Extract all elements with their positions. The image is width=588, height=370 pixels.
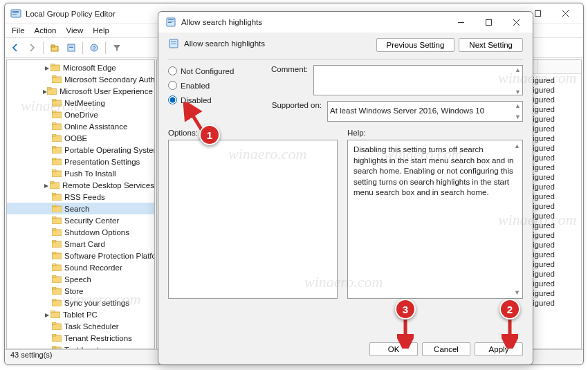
tree-item-label: Microsoft Secondary Authentication [64, 75, 155, 84]
scrollbar-icon[interactable]: ▲▼ [515, 102, 522, 120]
radio-enabled[interactable]: Enabled [168, 81, 261, 90]
tree-item[interactable]: Security Center [7, 214, 154, 226]
dialog-close-button[interactable] [502, 12, 530, 32]
main-title: Local Group Policy Editor [26, 10, 116, 18]
tree-item[interactable]: Microsoft Secondary Authentication [7, 73, 154, 85]
svg-rect-20 [47, 87, 51, 89]
tree-item[interactable]: Sound Recorder [7, 261, 154, 273]
svg-rect-34 [52, 169, 56, 172]
svg-rect-68 [168, 19, 174, 20]
tree-item[interactable]: NetMeeting [7, 97, 154, 109]
tree-item[interactable]: Online Assistance [7, 120, 154, 132]
previous-setting-button[interactable]: Previous Setting [376, 38, 455, 52]
tree-item[interactable]: Text Input [7, 344, 154, 349]
tree-item[interactable]: Task Scheduler [7, 320, 154, 332]
tree-item[interactable]: ▸Tablet PC [7, 308, 154, 320]
tb-help-icon[interactable]: ? [86, 40, 102, 55]
tree-item[interactable]: Shutdown Options [7, 226, 154, 238]
dialog-maximize-button[interactable] [475, 12, 502, 32]
tree-item[interactable]: Presentation Settings [7, 156, 154, 167]
tree-item-label: RSS Feeds [64, 193, 105, 201]
scrollbar-icon[interactable]: ▲▼ [515, 66, 522, 95]
tree-item-label: Tenant Restrictions [64, 334, 132, 342]
tree-item-label: Sound Recorder [64, 263, 122, 272]
tree-item[interactable]: OOBE [7, 132, 154, 144]
tree-item-label: Sync your settings [64, 299, 129, 307]
dialog-minimize-button[interactable] [447, 12, 475, 32]
tree-pane[interactable]: ▸Microsoft EdgeMicrosoft Secondary Authe… [6, 59, 155, 349]
tree-item[interactable]: OneDrive [7, 109, 154, 120]
chevron-right-icon[interactable]: ▸ [43, 63, 50, 73]
tree-item-label: Search [64, 205, 89, 213]
supported-label: Supported on: [271, 101, 322, 122]
close-button[interactable] [551, 4, 579, 24]
tree-item[interactable]: Store [7, 285, 154, 297]
svg-rect-11 [69, 46, 73, 46]
svg-rect-59 [52, 324, 62, 330]
svg-rect-58 [50, 311, 55, 313]
svg-rect-31 [52, 159, 62, 165]
menu-file[interactable]: File [12, 26, 25, 35]
svg-rect-38 [52, 193, 56, 195]
tree-item-label: Remote Desktop Services [62, 181, 154, 189]
tree-item-label: Security Center [64, 216, 119, 225]
svg-rect-16 [50, 64, 55, 66]
tb-filter-icon[interactable] [109, 40, 125, 55]
tree-item[interactable]: ▸Microsoft User Experience Virtualizatio… [7, 85, 154, 97]
tree-item[interactable]: RSS Feeds [7, 191, 154, 203]
tree-item-label: Presentation Settings [64, 158, 140, 166]
tb-back-icon[interactable] [8, 40, 23, 55]
tree-item[interactable]: Tenant Restrictions [7, 332, 154, 344]
svg-rect-43 [52, 230, 62, 236]
svg-rect-69 [168, 21, 174, 21]
tree-item[interactable]: Sync your settings [7, 297, 154, 308]
svg-rect-24 [52, 111, 56, 113]
tree-item-label: Text Input [64, 346, 99, 350]
dialog-title: Allow search highlights [181, 18, 262, 26]
tree-item[interactable]: Speech [7, 273, 154, 285]
svg-rect-45 [52, 241, 62, 248]
svg-rect-2 [12, 12, 19, 13]
svg-rect-54 [52, 287, 56, 289]
tree-item[interactable]: Portable Operating System [7, 144, 154, 156]
tree-item-label: Software Protection Platform [64, 252, 155, 260]
supported-text: At least Windows Server 2016, Windows 10 [327, 101, 523, 122]
chevron-right-icon[interactable]: ▸ [43, 310, 50, 320]
tree-item[interactable]: Search [7, 203, 154, 214]
svg-rect-56 [52, 299, 56, 301]
svg-rect-21 [52, 100, 62, 107]
dialog-button-bar: OK Cancel Apply [158, 337, 533, 364]
svg-rect-12 [69, 47, 73, 48]
svg-rect-52 [52, 275, 56, 277]
tree-item-label: OOBE [64, 134, 87, 142]
svg-rect-5 [535, 11, 540, 17]
dialog-subtitle-text: Allow search highlights [184, 39, 265, 48]
cancel-button[interactable]: Cancel [422, 342, 470, 356]
tree-item[interactable]: Push To Install [7, 167, 154, 179]
svg-rect-17 [52, 77, 62, 83]
radio-not-configured[interactable]: Not Configured [168, 66, 261, 75]
chevron-right-icon[interactable]: ▸ [43, 181, 50, 190]
svg-rect-1 [12, 11, 19, 12]
menu-help[interactable]: Help [93, 26, 109, 35]
menu-action[interactable]: Action [35, 26, 57, 35]
tree-item[interactable]: Smart Card [7, 238, 154, 250]
tree-item[interactable]: Software Protection Platform [7, 250, 154, 261]
policy-dialog: Allow search highlights Allow search hig… [158, 11, 533, 365]
scrollbar-icon[interactable]: ▲▼ [514, 142, 521, 297]
tb-props-icon[interactable] [64, 40, 79, 55]
next-setting-button[interactable]: Next Setting [459, 38, 523, 52]
tb-up-icon[interactable] [47, 40, 62, 55]
menu-view[interactable]: View [66, 26, 84, 35]
tree-item-label: Microsoft User Experience Virtualization [59, 87, 155, 95]
svg-rect-47 [52, 253, 62, 259]
svg-rect-61 [52, 335, 62, 342]
svg-rect-44 [52, 228, 56, 230]
comment-input[interactable] [313, 65, 523, 95]
svg-rect-41 [52, 218, 62, 224]
tree-item[interactable]: ▸Remote Desktop Services [7, 179, 154, 191]
tb-forward-icon[interactable] [24, 40, 39, 55]
tree-item[interactable]: ▸Microsoft Edge [7, 62, 154, 73]
svg-rect-35 [50, 183, 59, 189]
svg-rect-9 [51, 45, 55, 47]
